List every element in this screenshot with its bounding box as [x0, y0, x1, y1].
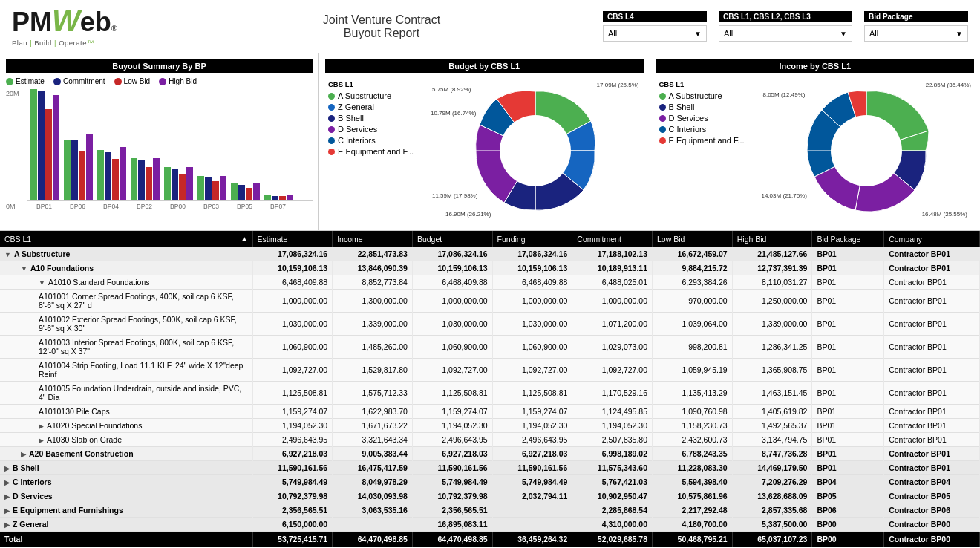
table-row: ▶D Services 10,792,379.98 14,030,093.98 …: [0, 489, 980, 503]
expand-icon[interactable]: ▶: [39, 437, 44, 444]
total-company: Contractor BP00: [884, 532, 980, 547]
expand-icon[interactable]: ▶: [4, 493, 10, 500]
cell-bp: BP01: [812, 247, 884, 261]
bar-group-bp06: [64, 134, 93, 200]
col-estimate[interactable]: Estimate: [252, 231, 333, 247]
expand-icon[interactable]: ▶: [4, 479, 10, 486]
dot-equipment-budget: [328, 149, 335, 155]
cell-lowbid: 16,672,459.07: [653, 247, 733, 261]
budget-legend-services: D Services: [328, 125, 425, 134]
bars-container: [27, 90, 313, 201]
label-zgeneral-budget: Z General: [338, 102, 374, 111]
table-row: A101002 Exterior Spread Footings, 500K, …: [0, 313, 980, 336]
income-legend-services: D Services: [659, 114, 756, 123]
cell-budget: 17,086,324.16: [412, 247, 492, 261]
budget-chart-panel: Budget by CBS L1 CBS L1 A Substructure Z…: [319, 53, 650, 230]
budget-label-interiors: 5.75M (8.92%): [432, 86, 471, 93]
cell-income: 22,851,473.83: [333, 247, 413, 261]
chevron-down-icon-3: ▼: [956, 30, 963, 38]
budget-legend-zgeneral: Z General: [328, 102, 425, 111]
table-row: A101001 Corner Spread Footings, 400K, so…: [0, 290, 980, 313]
col-bid-package[interactable]: Bid Package: [812, 231, 884, 247]
col-company[interactable]: Company: [884, 231, 980, 247]
x-label-bp02: BP02: [130, 203, 159, 210]
filter-bid-label: Bid Package: [864, 11, 968, 22]
bar-group-bp01: [30, 89, 59, 200]
income-donut-area: 22.85M (35.44%) 8.05M (12.49%) 14.03M (2…: [762, 80, 972, 221]
expand-icon[interactable]: ▼: [4, 251, 11, 258]
report-title-area: Joint Venture Contract Buyout Report: [160, 13, 603, 40]
bar-commitment-bp03: [205, 177, 212, 200]
label-substructure-income: A Substructure: [669, 91, 722, 100]
col-income[interactable]: Income: [333, 231, 413, 247]
legend-dot-commitment: [53, 78, 61, 85]
bar-commitment-bp04: [105, 152, 111, 200]
bar-legend: Estimate Commitment Low Bid High Bid: [6, 77, 313, 85]
bar-group-bp00: [164, 167, 193, 200]
chevron-down-icon-2: ▼: [840, 30, 847, 38]
filter-cbs-l4-select[interactable]: All ▼: [603, 25, 707, 42]
total-row: Total 53,725,415.71 64,470,498.85 64,470…: [0, 532, 980, 547]
cell-funding: 17,086,324.16: [492, 247, 572, 261]
cell-label: A101001 Corner Spread Footings, 400K, so…: [0, 290, 252, 313]
bar-lowbid-bp03: [212, 181, 219, 200]
col-budget[interactable]: Budget: [412, 231, 492, 247]
y-label-20m: 20M: [6, 90, 19, 97]
table-row: ▶B Shell 11,590,161.56 16,475,417.59 11,…: [0, 461, 980, 475]
bar-lowbid-bp05: [246, 188, 252, 200]
expand-icon[interactable]: ▼: [21, 265, 27, 273]
bar-highbid-bp03: [220, 176, 226, 200]
expand-icon[interactable]: ▶: [39, 423, 44, 430]
cell-label: ▶E Equipment and Furnishings: [0, 503, 252, 518]
income-legend: CBS L1 A Substructure B Shell D Services…: [659, 80, 756, 221]
col-funding[interactable]: Funding: [492, 231, 572, 247]
bar-group-bp03: [197, 176, 226, 200]
bar-lowbid-bp04: [112, 159, 119, 200]
bar-estimate-bp06: [64, 140, 71, 200]
table-row: ▶A20 Basement Construction 6,927,218.03 …: [0, 447, 980, 461]
x-label-bp04: BP04: [97, 203, 125, 210]
cell-estimate: 17,086,324.16: [252, 247, 333, 261]
expand-icon[interactable]: ▶: [21, 451, 26, 458]
table-row: ▶C Interiors 5,749,984.49 8,049,978.29 5…: [0, 475, 980, 489]
logo-slash: W: [52, 6, 80, 36]
bar-highbid-bp06: [86, 134, 93, 200]
cell-commitment: 17,188,102.13: [572, 247, 653, 261]
bar-highbid-bp05: [253, 183, 260, 200]
table-row: A101003 Interior Spread Footings, 800K, …: [0, 336, 980, 359]
dot-shell-budget: [328, 115, 335, 122]
budget-label-substructure: 17.09M (26.5%): [597, 82, 639, 88]
col-low-bid[interactable]: Low Bid: [653, 231, 733, 247]
bar-group-bp07: [264, 195, 293, 200]
filter-cbs-l1-l2-l3: CBS L1, CBS L2, CBS L3 All ▼: [719, 11, 852, 42]
budget-label-services: 16.90M (26.21%): [445, 211, 491, 218]
filter-cbs-select[interactable]: All ▼: [719, 25, 852, 42]
total-income: 64,470,498.85: [333, 532, 413, 547]
cell-label: A101002 Exterior Spread Footings, 500K, …: [0, 313, 252, 336]
sort-icon[interactable]: ▲: [241, 235, 248, 242]
expand-icon[interactable]: ▶: [4, 507, 10, 515]
total-budget: 64,470,498.85: [412, 532, 492, 547]
dot-services-budget: [328, 126, 335, 133]
bar-estimate-bp00: [164, 167, 171, 200]
x-label-bp05: BP05: [230, 203, 259, 210]
budget-cbs-label: CBS L1: [328, 80, 425, 88]
dot-equipment-income: [659, 137, 666, 144]
income-chart-panel: Income by CBS L1 CBS L1 A Substructure B…: [650, 53, 981, 230]
col-cbs-l1[interactable]: CBS L1 ▲: [0, 231, 252, 247]
expand-icon[interactable]: ▶: [4, 465, 10, 472]
bar-estimate-bp03: [197, 176, 204, 200]
budget-legend-substructure: A Substructure: [328, 91, 425, 100]
cell-label: A101004 Strip Footing, Load 11.1 KLF, 24…: [0, 359, 252, 382]
col-high-bid[interactable]: High Bid: [732, 231, 812, 247]
col-commitment[interactable]: Commitment: [572, 231, 653, 247]
income-label-substructure: 22.85M (35.44%): [926, 82, 971, 88]
budget-donut-area: 17.09M (26.5%) 5.75M (8.92%) 10.79M (16.…: [431, 80, 641, 221]
table-row: A101005 Foundation Underdrain, outside a…: [0, 382, 980, 405]
expand-icon[interactable]: ▼: [39, 279, 45, 287]
cell-label: ▼A1010 Standard Foundations: [0, 275, 252, 290]
dot-services-income: [659, 115, 666, 122]
table-footer: Total 53,725,415.71 64,470,498.85 64,470…: [0, 532, 980, 547]
expand-icon[interactable]: ▶: [4, 521, 10, 529]
filter-bid-select[interactable]: All ▼: [864, 25, 968, 42]
